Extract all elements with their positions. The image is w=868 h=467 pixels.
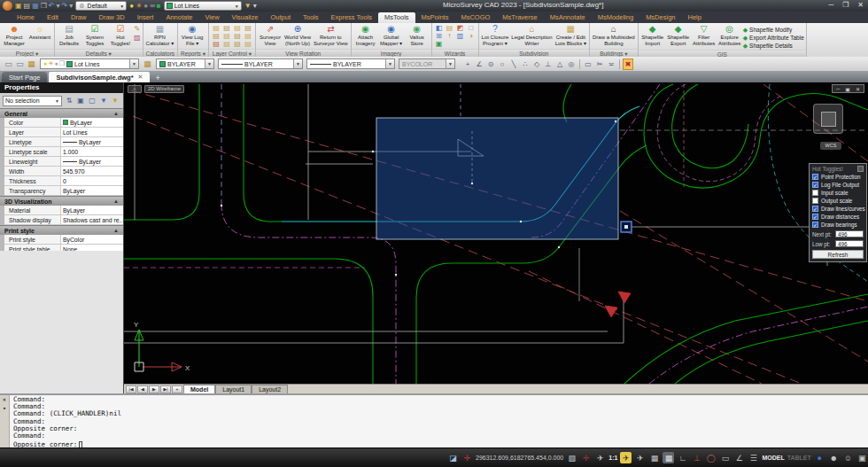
command-prompt[interactable]: Opposite corner: xyxy=(10,440,868,448)
surveyor-view-button[interactable]: ⇗Surveyor View xyxy=(258,24,283,46)
filter-attributes-button[interactable]: ▽Filter Attributes xyxy=(692,24,717,46)
layout-nav-0[interactable]: |◀ xyxy=(126,385,136,393)
layer-tool-icon[interactable]: ▤ xyxy=(232,32,243,40)
layer-manager-icon[interactable]: ▦ xyxy=(143,59,152,68)
pin-icon[interactable]: ⊥ xyxy=(691,452,702,463)
shapefile-modify-button[interactable]: ◆Shapefile Modify xyxy=(743,26,804,34)
property-value[interactable]: None xyxy=(61,245,123,251)
layer-tool-icon[interactable]: ▤ xyxy=(232,40,243,48)
tracking-icon[interactable]: ✛ xyxy=(580,452,592,463)
snap-icon-11[interactable]: ✂ xyxy=(594,58,605,70)
ribbon-tab-home[interactable]: Home xyxy=(11,12,41,23)
valtus-store-button[interactable]: ◉Valtus Store xyxy=(405,24,430,46)
ribbon-tab-mspoints[interactable]: MsPoints xyxy=(415,12,455,23)
ribbon-group-label[interactable]: Layer Control ▾ xyxy=(209,49,255,57)
palette-icon[interactable]: ▨ xyxy=(134,34,141,42)
more-dropdown-icon[interactable]: ▾ xyxy=(252,1,258,11)
property-row[interactable]: ColorByLayer xyxy=(4,118,123,128)
wizard-icon[interactable]: □ xyxy=(466,24,477,32)
new-tab-button[interactable]: + xyxy=(151,74,163,82)
ribbon-tab-help[interactable]: Help xyxy=(681,12,707,23)
drawing-canvas[interactable]: YX − 2D Wireframe ─▣✕ WCS Hot Toggles! ✓… xyxy=(124,82,868,384)
shapefile-details-button[interactable]: ◆Shapefile Details xyxy=(743,42,804,50)
snap-icon-5[interactable]: ∴ xyxy=(520,58,531,70)
layer-tool-icon[interactable]: ▤ xyxy=(221,24,232,32)
wizard-icon[interactable]: ◩ xyxy=(455,24,466,32)
wizard-icon[interactable]: ◧ xyxy=(434,24,445,32)
ribbon-group-label[interactable]: Subdivision xyxy=(479,49,589,57)
hot-toggles-button[interactable]: ☑Hot Toggles! xyxy=(108,24,133,46)
layout-tab-layout2[interactable]: Layout2 xyxy=(252,385,288,393)
low-pt-input[interactable]: 496 xyxy=(835,240,864,247)
wizard-icon[interactable]: ◑ xyxy=(466,32,477,40)
scale-text[interactable]: 1:1 xyxy=(608,455,617,461)
maximize-button[interactable]: ❐ xyxy=(842,1,849,9)
snap-icon-13[interactable]: ✖ xyxy=(623,58,633,70)
table-icon[interactable]: ▦ xyxy=(663,452,674,463)
snap-icon-4[interactable]: ╲ xyxy=(508,58,519,70)
section-header-general[interactable]: General▲ xyxy=(0,108,123,118)
layout-tab-model[interactable]: Model xyxy=(183,385,215,393)
snap-icon-0[interactable]: + xyxy=(462,58,473,70)
ribbon-group-label[interactable]: GIS xyxy=(639,50,806,57)
checkbox-icon[interactable]: ✓ xyxy=(812,214,818,220)
property-value[interactable]: 0 xyxy=(61,176,123,185)
rpn-calculator-button[interactable]: ▦RPN Calculator ▾ xyxy=(145,24,175,46)
ribbon-group-label[interactable]: Calculators xyxy=(143,49,178,57)
ribbon-tab-msannotate[interactable]: MsAnnotate xyxy=(544,12,592,23)
pencil-icon[interactable]: ✎ xyxy=(134,25,141,33)
property-row[interactable]: Shadow displayShadows cast and re... xyxy=(4,215,123,225)
property-row[interactable]: TransparencyByLayer xyxy=(4,186,123,196)
ribbon-tab-msmodeling[interactable]: MsModeling xyxy=(592,12,639,23)
tablet-text[interactable]: TABLET xyxy=(787,455,811,461)
collapse-icon[interactable]: ▲ xyxy=(113,228,119,233)
layer-swatch[interactable]: ■ xyxy=(156,1,162,11)
viewport-restore-icon[interactable]: ▣ xyxy=(845,86,850,92)
ribbon-tab-output[interactable]: Output xyxy=(264,12,297,23)
quick-select-icon[interactable]: ▣ xyxy=(75,96,86,106)
hot-toggle-input-scale[interactable]: Input scale xyxy=(812,189,864,197)
property-value[interactable]: ByLayer xyxy=(61,186,123,195)
lot-closure-button[interactable]: ?Lot Closure Program ▾ xyxy=(481,24,510,46)
return-surveyor-view-button[interactable]: ⇄Return to Surveyor View xyxy=(313,24,349,46)
ribbon-tab-draw-3d[interactable]: Draw 3D xyxy=(92,12,130,23)
layer-tool-icon[interactable]: ▤ xyxy=(211,32,221,40)
refresh-button[interactable]: Refresh xyxy=(812,250,864,259)
checkbox-icon[interactable]: ✓ xyxy=(812,222,818,228)
viewport-close-icon[interactable]: ✕ xyxy=(856,86,860,92)
ribbon-tab-mstools[interactable]: MsTools xyxy=(378,12,415,23)
close-command-icon[interactable]: ✕ xyxy=(3,396,6,403)
ribbon-group-label[interactable]: View Rotation xyxy=(256,49,351,57)
system-toggles-button[interactable]: ☑System Toggles xyxy=(82,24,107,46)
redo-dropdown-icon[interactable]: ▾ xyxy=(68,1,74,11)
crosshair-icon[interactable]: ✛ xyxy=(461,452,473,463)
export-attribute-table-button[interactable]: ◆Export Attribute Table xyxy=(743,34,804,42)
ribbon-tab-edit[interactable]: Edit xyxy=(41,12,65,23)
view-log-file-button[interactable]: ◉View Log File ▾ xyxy=(180,24,205,46)
property-row[interactable]: Linetype scale1.000 xyxy=(4,147,123,157)
close-button[interactable]: ✕ xyxy=(857,1,864,9)
esnap-on-icon[interactable]: ✈ xyxy=(620,452,632,463)
hot-toggle-output-scale[interactable]: Output scale xyxy=(812,197,864,205)
wizard-icon[interactable]: ▥ xyxy=(455,32,466,40)
screen-icon[interactable]: ▣ xyxy=(856,452,868,463)
job-defaults-button[interactable]: ▤Job Defaults xyxy=(57,24,81,46)
property-row[interactable]: LinetypeByLayer xyxy=(4,137,123,147)
property-value[interactable]: Shadows cast and re... xyxy=(61,215,123,224)
snap-icon-6[interactable]: ◇ xyxy=(531,58,542,70)
ribbon-tab-mscogo[interactable]: MsCOGO xyxy=(454,12,496,23)
checkbox-icon[interactable]: ✓ xyxy=(812,182,818,188)
hook-icon[interactable]: ∟ xyxy=(677,452,688,463)
legal-description-button[interactable]: ⌂Legal Description Writer xyxy=(510,24,553,46)
property-value[interactable]: Lot Lines xyxy=(61,128,123,136)
create-edit-lots-button[interactable]: ▦Create / Edit Lots Blocks ▾ xyxy=(554,24,587,46)
viewport-control-visual-style[interactable]: 2D Wireframe xyxy=(144,85,184,93)
property-value[interactable]: ByLayer xyxy=(61,137,123,146)
layer-quick-combo[interactable]: Lot Lines ▼ xyxy=(164,1,242,11)
sun-icon[interactable]: ☀ xyxy=(135,1,143,11)
close-tab-icon[interactable]: ✕ xyxy=(138,74,143,81)
layers-display-icon[interactable]: ▧ xyxy=(566,452,577,463)
minimize-button[interactable]: ─ xyxy=(828,1,833,9)
swatch-icon[interactable]: ◪ xyxy=(447,452,459,463)
model-text[interactable]: MODEL xyxy=(762,455,784,461)
